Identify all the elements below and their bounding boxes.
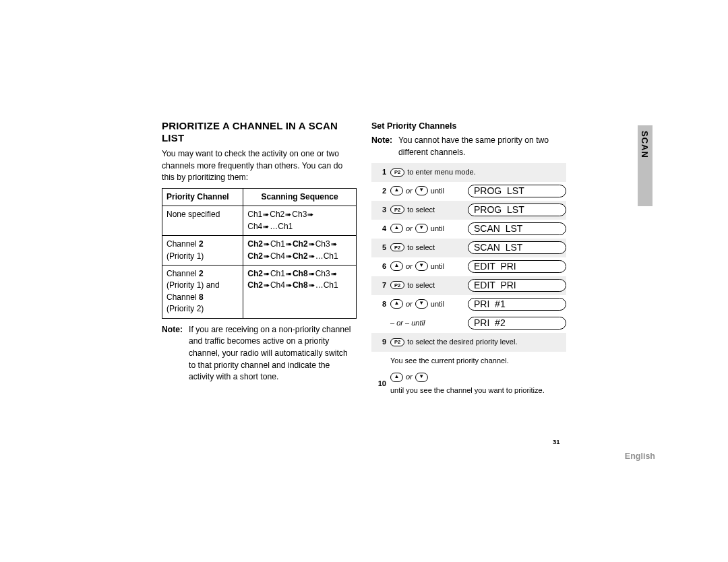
step-row: 7 P2 to select EDIT PRI [371, 276, 566, 295]
up-arrow-icon [390, 224, 403, 233]
step-row: 4 or until SCAN LST [371, 220, 566, 239]
table-header: Priority Channel [162, 189, 243, 206]
step-row: 10 or until you see the channel you want… [371, 370, 566, 398]
step-number: 5 [371, 243, 390, 253]
step-number: 10 [371, 379, 390, 389]
page-number: 31 [553, 438, 560, 445]
down-arrow-icon [415, 186, 428, 195]
table-row: Channel 2(Priority 1) Ch2Ch1Ch2Ch3 Ch2Ch… [162, 236, 357, 266]
note-label: Note: [162, 324, 189, 383]
or-text: or [406, 261, 413, 272]
page-content: PRIORITIZE A CHANNEL IN A SCAN LIST You … [162, 120, 566, 398]
p2-button-icon: P2 [390, 338, 404, 346]
p2-button-icon: P2 [390, 206, 404, 214]
down-arrow-icon [415, 224, 428, 233]
sidebar-section-tab: SCAN [638, 125, 653, 206]
table-cell: Ch2Ch1Ch2Ch3 Ch2Ch4Ch2…Ch1 [243, 236, 357, 266]
or-text: or [406, 224, 413, 235]
note-text: You cannot have the same priority on two… [398, 135, 566, 158]
step-text: until [431, 224, 444, 235]
up-arrow-icon [390, 261, 403, 271]
up-arrow-icon [390, 299, 403, 309]
up-arrow-icon [390, 373, 403, 382]
sub-title: Set Priority Channels [371, 120, 566, 132]
table-row: Channel 2(Priority 1) andChannel 8(Prior… [162, 266, 357, 319]
step-row: 1 P2 to enter menu mode. [371, 163, 566, 182]
intro-paragraph: You may want to check the activity on on… [162, 148, 357, 184]
up-arrow-icon [390, 186, 403, 195]
p2-button-icon: P2 [390, 243, 404, 251]
language-label: English [625, 451, 655, 461]
info-text: You see the current priority channel. [371, 356, 566, 367]
sidebar-label: SCAN [640, 131, 650, 158]
lcd-display: SCAN LST [468, 241, 566, 254]
lcd-display: PRI #1 [468, 298, 566, 311]
down-arrow-icon [415, 261, 428, 271]
table-cell: Ch1Ch2Ch3 Ch4…Ch1 [243, 206, 357, 236]
step-text: until [431, 299, 444, 310]
table-header: Scanning Sequence [243, 189, 357, 206]
or-text: or [406, 186, 413, 197]
step-row: 5 P2 to select SCAN LST [371, 239, 566, 257]
lcd-display: SCAN LST [468, 222, 566, 235]
lcd-display: EDIT PRI [468, 279, 566, 292]
or-dash-text: – or – until [390, 318, 425, 329]
page-title: PRIORITIZE A CHANNEL IN A SCAN LIST [162, 120, 357, 144]
steps-list: 1 P2 to enter menu mode. 2 or until PROG… [371, 163, 566, 399]
step-text: to select [407, 243, 435, 253]
down-arrow-icon [415, 373, 428, 382]
table-cell: Channel 2(Priority 1) [162, 236, 243, 266]
step-number: 3 [371, 205, 390, 216]
lcd-display: PROG LST [468, 204, 566, 216]
table-cell: Channel 2(Priority 1) andChannel 8(Prior… [162, 266, 243, 319]
step-number: 4 [371, 224, 390, 235]
lcd-display: EDIT PRI [468, 260, 566, 273]
table-cell: None specified [162, 206, 243, 236]
step-text: to select the desired priority level. [407, 337, 517, 348]
or-text: or [406, 299, 413, 310]
down-arrow-icon [415, 299, 428, 309]
step-text: to select [407, 280, 435, 291]
step-number: 1 [371, 167, 390, 178]
step-row: – or – until PRI #2 [371, 314, 566, 333]
lcd-display: PROG LST [468, 185, 566, 197]
step-text: to select [407, 205, 435, 216]
step-row: 2 or until PROG LST [371, 182, 566, 201]
step-number: 7 [371, 280, 390, 291]
step-number: 6 [371, 261, 390, 272]
table-cell: Ch2Ch1Ch8Ch3 Ch2Ch4Ch8…Ch1 [243, 266, 357, 319]
note-label: Note: [371, 135, 398, 158]
step-text: until [431, 261, 444, 272]
step-row: 9 P2 to select the desired priority leve… [371, 333, 566, 352]
step-row: 6 or until EDIT PRI [371, 257, 566, 276]
step-text: until you see the channel you want to pr… [390, 385, 545, 396]
table-header-row: Priority Channel Scanning Sequence [162, 189, 357, 206]
note-block: Note: You cannot have the same priority … [371, 135, 566, 158]
step-number: 2 [371, 186, 390, 197]
table-row: None specified Ch1Ch2Ch3 Ch4…Ch1 [162, 206, 357, 236]
step-number: 8 [371, 299, 390, 310]
p2-button-icon: P2 [390, 281, 404, 289]
left-column: PRIORITIZE A CHANNEL IN A SCAN LIST You … [162, 120, 357, 398]
right-column: Set Priority Channels Note: You cannot h… [371, 120, 566, 398]
lcd-display: PRI #2 [468, 317, 566, 330]
step-text: to enter menu mode. [407, 167, 476, 178]
note-text: If you are receiving on a non-priority c… [189, 324, 357, 383]
note-block: Note: If you are receiving on a non-prio… [162, 324, 357, 383]
step-number: 9 [371, 337, 390, 348]
p2-button-icon: P2 [390, 168, 404, 177]
or-text: or [406, 372, 413, 383]
step-text: until [431, 186, 444, 197]
priority-table: Priority Channel Scanning Sequence None … [162, 188, 357, 319]
step-row: 8 or until PRI #1 [371, 295, 566, 314]
step-row: 3 P2 to select PROG LST [371, 201, 566, 220]
